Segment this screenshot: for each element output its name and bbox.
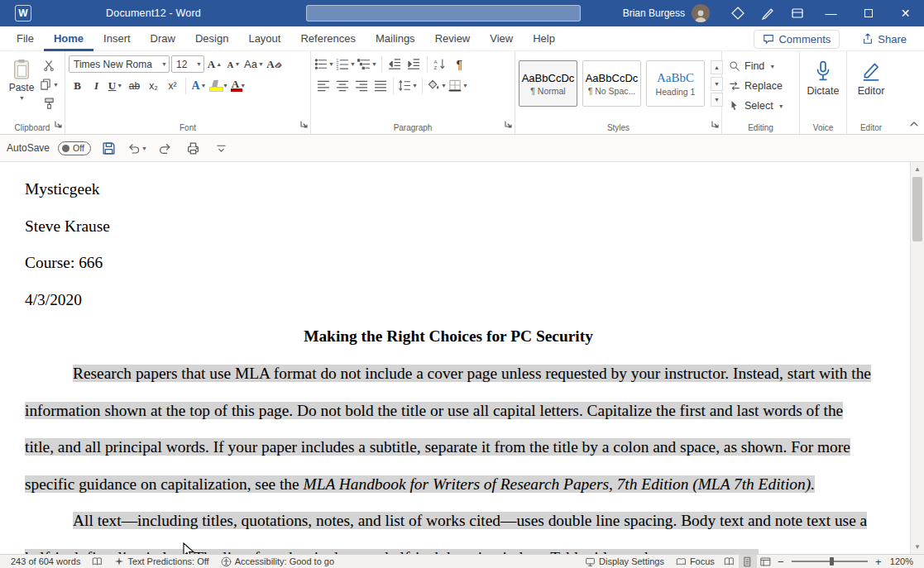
bullets-button[interactable]: ▼	[314, 55, 334, 73]
bold-button[interactable]: B	[69, 77, 86, 94]
select-button[interactable]: Select▼	[725, 97, 788, 115]
collapse-ribbon-button[interactable]	[909, 117, 919, 131]
text-effects-button[interactable]: A▼	[190, 77, 208, 94]
styles-dialog-launcher[interactable]	[711, 117, 719, 131]
vertical-scrollbar[interactable]: ▲ ▼	[910, 162, 924, 554]
editor-button[interactable]: Editor	[850, 55, 892, 119]
tab-references[interactable]: References	[290, 26, 365, 51]
underline-button[interactable]: U▼	[107, 77, 124, 94]
justify-button[interactable]	[371, 77, 389, 94]
find-button[interactable]: Find▼	[725, 57, 788, 75]
increase-indent-button[interactable]	[405, 55, 423, 73]
doc-course-line[interactable]: Course: 666	[25, 245, 872, 282]
copy-button[interactable]: ▼	[40, 76, 59, 93]
zoom-slider-thumb[interactable]	[830, 557, 834, 566]
tab-mailings[interactable]: Mailings	[366, 26, 425, 51]
font-dialog-launcher[interactable]	[300, 117, 308, 131]
shrink-font-button[interactable]: A▼	[225, 55, 242, 73]
comments-button[interactable]: Comments	[754, 30, 840, 49]
tab-insert[interactable]: Insert	[93, 26, 141, 51]
autosave-toggle[interactable]: Off	[58, 141, 91, 155]
doc-author-line[interactable]: Mysticgeek	[25, 171, 872, 208]
zoom-in-button[interactable]: +	[873, 556, 884, 568]
doc-paragraph-2[interactable]: All text—including titles, quotations, n…	[25, 503, 872, 554]
scrollbar-thumb[interactable]	[912, 177, 922, 241]
dictate-button[interactable]: Dictate	[803, 55, 843, 119]
proofing-status[interactable]	[86, 555, 108, 568]
paragraph-dialog-launcher[interactable]	[505, 117, 512, 131]
display-settings-button[interactable]: Display Settings	[579, 555, 670, 568]
document-page[interactable]: Mysticgeek Steve Krause Course: 666 4/3/…	[0, 162, 910, 554]
styles-scroll-up[interactable]: ▲	[711, 60, 723, 74]
web-layout-button[interactable]	[757, 555, 775, 568]
focus-button[interactable]: Focus	[670, 555, 721, 568]
shading-button[interactable]: ▼	[427, 77, 447, 94]
paste-button[interactable]: Paste ▼	[3, 55, 40, 115]
scroll-up-arrow[interactable]: ▲	[911, 162, 924, 176]
show-formatting-marks-button[interactable]: ¶	[451, 55, 468, 73]
premium-diamond-icon[interactable]	[723, 0, 753, 26]
accessibility-status[interactable]: Accessibility: Good to go	[215, 555, 340, 568]
account-name[interactable]: Brian Burgess	[623, 7, 685, 19]
avatar[interactable]	[692, 4, 710, 22]
word-count[interactable]: 243 of 604 words	[5, 555, 86, 568]
share-button[interactable]: Share	[853, 30, 916, 49]
borders-button[interactable]: ▼	[448, 77, 468, 94]
zoom-level[interactable]: 120%	[884, 555, 919, 568]
align-center-button[interactable]	[333, 77, 351, 94]
close-button[interactable]: ✕	[887, 0, 924, 26]
font-size-combo[interactable]: 12▼	[171, 55, 204, 73]
strikethrough-button[interactable]: ab	[126, 77, 143, 94]
tab-file[interactable]: File	[7, 26, 44, 51]
scroll-down-arrow[interactable]: ▼	[911, 540, 924, 554]
tab-home[interactable]: Home	[44, 26, 93, 51]
highlight-color-button[interactable]: ▼	[209, 77, 228, 94]
customize-qat-button[interactable]	[212, 138, 232, 158]
format-painter-button[interactable]	[40, 95, 59, 112]
text-predictions[interactable]: Text Predictions: Off	[108, 555, 214, 568]
font-name-combo[interactable]: Times New Roma▼	[69, 55, 170, 73]
ribbon-display-options-icon[interactable]	[783, 0, 812, 26]
style-heading1[interactable]: AaBbC Heading 1	[646, 60, 705, 107]
numbering-button[interactable]: 123▼	[336, 55, 356, 73]
doc-title[interactable]: Making the Right Choices for PC Security	[25, 318, 872, 356]
italic-button[interactable]: I	[88, 77, 105, 94]
zoom-slider[interactable]	[792, 561, 868, 562]
grow-font-button[interactable]: A▲	[206, 55, 223, 73]
superscript-button[interactable]: x²	[164, 77, 181, 94]
style-no-spacing[interactable]: AaBbCcDc ¶ No Spac...	[582, 60, 641, 107]
tab-draw[interactable]: Draw	[141, 26, 185, 51]
line-spacing-button[interactable]: ▼	[398, 77, 418, 94]
cut-button[interactable]	[40, 57, 59, 74]
print-layout-button[interactable]	[739, 555, 757, 568]
styles-scroll-down[interactable]: ▼	[711, 77, 723, 91]
tab-layout[interactable]: Layout	[238, 26, 290, 51]
maximize-button[interactable]	[850, 0, 887, 26]
doc-paragraph-1[interactable]: Research papers that use MLA format do n…	[25, 356, 872, 503]
style-normal[interactable]: AaBbCcDc ¶ Normal	[519, 60, 577, 107]
doc-date-line[interactable]: 4/3/2020	[25, 282, 872, 319]
sort-button[interactable]: AZ	[432, 55, 449, 73]
styles-more-button[interactable]: ▼	[711, 93, 723, 107]
tab-view[interactable]: View	[480, 26, 523, 51]
doc-instructor-line[interactable]: Steve Krause	[25, 208, 872, 246]
search-box[interactable]	[306, 5, 581, 21]
clear-formatting-button[interactable]: A	[266, 55, 283, 73]
font-color-button[interactable]: A▼	[230, 77, 247, 94]
zoom-out-button[interactable]: −	[775, 556, 787, 568]
read-mode-button[interactable]	[721, 555, 739, 568]
tab-review[interactable]: Review	[425, 26, 481, 51]
undo-button[interactable]: ▼	[127, 138, 147, 158]
change-case-button[interactable]: Aa▼	[244, 55, 264, 73]
save-button[interactable]	[99, 138, 119, 158]
word-app-icon[interactable]: W	[15, 5, 31, 21]
multilevel-list-button[interactable]: ▼	[357, 55, 377, 73]
subscript-button[interactable]: x₂	[145, 77, 162, 94]
inking-pen-icon[interactable]	[753, 0, 783, 26]
print-button[interactable]	[184, 138, 203, 158]
redo-button[interactable]	[156, 138, 175, 158]
tab-design[interactable]: Design	[185, 26, 238, 51]
replace-button[interactable]: Replace	[725, 77, 788, 95]
align-left-button[interactable]	[314, 77, 332, 94]
align-right-button[interactable]	[352, 77, 370, 94]
